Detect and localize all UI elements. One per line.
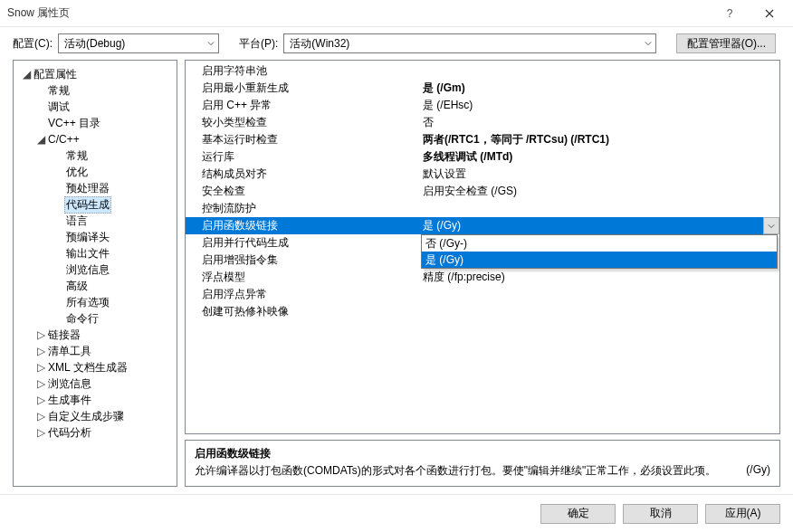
dropdown-option[interactable]: 是 (/Gy) bbox=[422, 252, 777, 268]
tree-item-label: 浏览信息 bbox=[46, 376, 93, 392]
tree-item[interactable]: ▷生成事件 bbox=[15, 392, 175, 408]
tree-collapsed-icon: ▷ bbox=[35, 328, 46, 341]
tree-collapsed-icon: ▷ bbox=[35, 410, 46, 423]
tree-item-label: 预编译头 bbox=[64, 230, 111, 245]
property-row[interactable]: 启用最小重新生成是 (/Gm) bbox=[186, 80, 779, 97]
property-name: 启用函数级链接 bbox=[186, 217, 421, 234]
tree-collapsed-icon: ▷ bbox=[35, 426, 46, 439]
property-row[interactable]: 启用函数级链接是 (/Gy) bbox=[186, 217, 779, 234]
cancel-button[interactable]: 取消 bbox=[623, 504, 698, 524]
tree-item[interactable]: 所有选项 bbox=[15, 294, 175, 310]
tree-item[interactable]: ◢配置属性 bbox=[15, 66, 175, 82]
tree-item[interactable]: 预处理器 bbox=[15, 180, 175, 196]
tree-item[interactable]: ▷清单工具 bbox=[15, 343, 175, 359]
property-row[interactable]: 浮点模型精度 (/fp:precise) bbox=[186, 269, 779, 286]
property-value bbox=[421, 62, 779, 80]
property-name: 较小类型检查 bbox=[186, 114, 421, 131]
tree-item[interactable]: 代码生成 bbox=[15, 196, 175, 213]
help-button[interactable]: ? bbox=[710, 1, 750, 26]
dropdown-option[interactable]: 否 (/Gy-) bbox=[422, 235, 777, 252]
description-panel: 启用函数级链接 允许编译器以打包函数(COMDATs)的形式对各个函数进行打包。… bbox=[185, 440, 780, 487]
property-name: 启用并行代码生成 bbox=[186, 234, 421, 252]
property-name: 基本运行时检查 bbox=[186, 131, 421, 148]
tree-item[interactable]: ▷浏览信息 bbox=[15, 375, 175, 392]
property-row[interactable]: 启用字符串池 bbox=[186, 62, 779, 80]
property-name: 控制流防护 bbox=[186, 200, 421, 217]
property-row[interactable]: 较小类型检查否 bbox=[186, 114, 779, 131]
property-value: 启用安全检查 (/GS) bbox=[421, 183, 779, 200]
property-value: 默认设置 bbox=[421, 166, 779, 183]
property-dropdown-arrow[interactable] bbox=[763, 217, 779, 234]
platform-dropdown[interactable]: 活动(Win32) bbox=[283, 33, 656, 53]
property-name: 安全检查 bbox=[186, 183, 421, 200]
tree-expanded-icon: ◢ bbox=[35, 133, 46, 146]
property-name: 启用字符串池 bbox=[186, 62, 421, 80]
tree-item[interactable]: ◢C/C++ bbox=[15, 131, 175, 147]
property-name: 启用最小重新生成 bbox=[186, 80, 421, 97]
property-name: 启用增强指令集 bbox=[186, 252, 421, 269]
property-name: 浮点模型 bbox=[186, 269, 421, 286]
property-row[interactable]: 创建可热修补映像 bbox=[186, 303, 779, 320]
property-row[interactable]: 安全检查启用安全检查 (/GS) bbox=[186, 183, 779, 200]
property-row[interactable]: 启用浮点异常 bbox=[186, 286, 779, 303]
tree-item[interactable]: 预编译头 bbox=[15, 229, 175, 245]
tree-expanded-icon: ◢ bbox=[21, 68, 32, 81]
tree-item[interactable]: 常规 bbox=[15, 147, 175, 164]
property-row[interactable]: 基本运行时检查两者(/RTC1，等同于 /RTCsu) (/RTC1) bbox=[186, 131, 779, 148]
tree-item-label: 所有选项 bbox=[64, 295, 111, 310]
property-grid[interactable]: 启用字符串池启用最小重新生成是 (/Gm)启用 C++ 异常是 (/EHsc)较… bbox=[185, 60, 780, 434]
close-button[interactable] bbox=[750, 1, 789, 26]
titlebar: Snow 属性页 ? bbox=[0, 0, 793, 27]
chevron-down-icon bbox=[207, 37, 215, 50]
property-row[interactable]: 启用 C++ 异常是 (/EHsc) bbox=[186, 97, 779, 114]
tree-item[interactable]: 调试 bbox=[15, 99, 175, 115]
description-title: 启用函数级链接 bbox=[195, 446, 770, 461]
property-value: 精度 (/fp:precise) bbox=[421, 269, 779, 286]
tree-item[interactable]: 命令行 bbox=[15, 310, 175, 327]
tree-item-label: 常规 bbox=[46, 83, 72, 99]
ok-button[interactable]: 确定 bbox=[540, 504, 616, 524]
tree-item-label: 输出文件 bbox=[64, 246, 111, 261]
tree-item-label: 高级 bbox=[64, 279, 90, 294]
property-value bbox=[421, 286, 779, 303]
tree-item-label: 预处理器 bbox=[64, 181, 111, 196]
property-row[interactable]: 结构成员对齐默认设置 bbox=[186, 166, 779, 183]
chevron-down-icon bbox=[645, 37, 652, 50]
platform-value: 活动(Win32) bbox=[290, 36, 349, 52]
tree-item-label: 代码分析 bbox=[46, 425, 93, 441]
apply-button[interactable]: 应用(A) bbox=[705, 504, 780, 524]
description-flag: (/Gy) bbox=[735, 463, 770, 479]
tree-item-label: 生成事件 bbox=[46, 393, 93, 408]
tree-item-label: 语言 bbox=[64, 214, 90, 229]
property-row[interactable]: 控制流防护 bbox=[186, 200, 779, 217]
config-dropdown[interactable]: 活动(Debug) bbox=[58, 33, 219, 53]
config-manager-button[interactable]: 配置管理器(O)... bbox=[676, 33, 776, 53]
dialog-buttons: 确定 取消 应用(A) bbox=[0, 494, 793, 532]
tree-item[interactable]: ▷自定义生成步骤 bbox=[15, 408, 175, 424]
nav-tree[interactable]: ◢配置属性常规调试VC++ 目录◢C/C++常规优化预处理器代码生成语言预编译头… bbox=[13, 60, 177, 487]
tree-item[interactable]: 常规 bbox=[15, 82, 175, 99]
tree-item[interactable]: 语言 bbox=[15, 213, 175, 229]
tree-item[interactable]: 高级 bbox=[15, 278, 175, 294]
property-value: 是 (/EHsc) bbox=[421, 97, 779, 114]
tree-item[interactable]: ▷链接器 bbox=[15, 327, 175, 343]
tree-item[interactable]: 优化 bbox=[15, 164, 175, 180]
tree-item[interactable]: ▷XML 文档生成器 bbox=[15, 359, 175, 375]
tree-collapsed-icon: ▷ bbox=[35, 345, 46, 357]
property-value bbox=[421, 303, 779, 320]
tree-item-label: 浏览信息 bbox=[64, 262, 111, 278]
tree-item[interactable]: 浏览信息 bbox=[15, 261, 175, 278]
config-label: 配置(C): bbox=[13, 36, 53, 52]
property-value: 多线程调试 (/MTd) bbox=[421, 148, 779, 166]
tree-item-label: VC++ 目录 bbox=[46, 116, 102, 131]
tree-item[interactable]: ▷代码分析 bbox=[15, 424, 175, 441]
tree-item[interactable]: VC++ 目录 bbox=[15, 115, 175, 131]
tree-item-label: 优化 bbox=[64, 165, 90, 180]
property-value-dropdown[interactable]: 否 (/Gy-)是 (/Gy) bbox=[421, 234, 778, 269]
property-name: 结构成员对齐 bbox=[186, 166, 421, 183]
tree-item-label: 链接器 bbox=[46, 328, 82, 343]
property-value: 是 (/Gy) bbox=[421, 217, 763, 234]
property-row[interactable]: 运行库多线程调试 (/MTd) bbox=[186, 148, 779, 166]
tree-item[interactable]: 输出文件 bbox=[15, 245, 175, 261]
platform-label: 平台(P): bbox=[239, 36, 278, 52]
